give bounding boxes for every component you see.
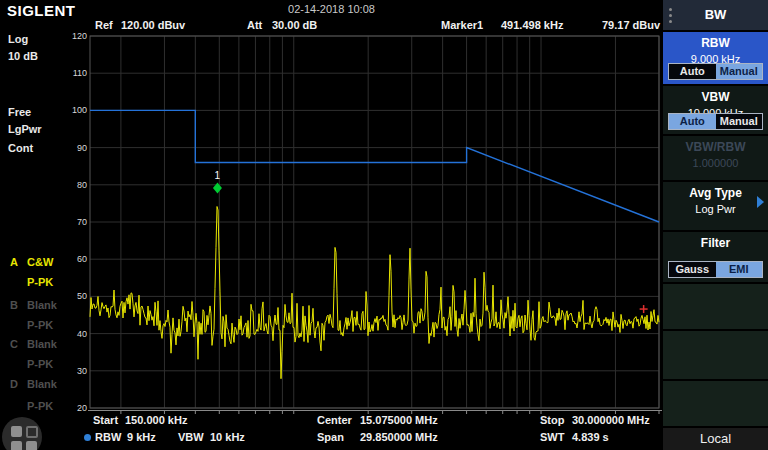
center-value: 15.075000 MHz [360,414,438,426]
filter-toggle: Gauss EMI [668,261,763,278]
spectrum-plot: 1 [0,0,768,450]
softkey-empty-1 [663,284,768,329]
local-label: Local [700,431,731,446]
vbw-rbw-value: 1.000000 [663,154,768,169]
menu-title-bar: BW [663,0,768,30]
vbw-rbw-title: VBW/RBW [663,136,768,154]
grid-square-icon [11,441,22,450]
start-value: 150.000 kHz [125,414,187,426]
marker-1-label: 1 [214,170,220,181]
rbw-title: RBW [663,32,768,50]
vbw-title: VBW [663,86,768,104]
swt-label: SWT [540,431,564,443]
graticule [88,36,662,414]
filter-title: Filter [663,232,768,250]
home-grid-button[interactable] [2,417,42,450]
grid-square-icon [26,441,37,450]
peak-cross-marker [640,305,648,313]
rbw-label: RBW [95,431,121,443]
softkey-avg-type[interactable]: Avg Type Log Pwr [663,182,768,230]
limit-line [90,110,659,222]
trace-a [90,207,659,379]
vbw-manual-option[interactable]: Manual [716,114,763,129]
menu-dots-icon [669,20,672,23]
span-label: Span [317,431,344,443]
menu-title: BW [705,7,727,22]
softkey-rbw[interactable]: RBW 9.000 kHz Auto Manual [663,32,768,84]
menu-dots-icon [669,14,672,17]
marker-1-diamond: 1 [213,170,222,194]
vbw-auto-manual-toggle: Auto Manual [668,113,763,130]
rbw-auto-manual-toggle: Auto Manual [668,63,763,80]
softkey-empty-3 [663,381,768,426]
local-button[interactable]: Local [663,428,768,450]
vbw-auto-option[interactable]: Auto [669,114,716,129]
center-label: Center [317,414,352,426]
rbw-auto-option[interactable]: Auto [669,64,716,79]
rbw-value: 9 kHz [127,431,156,443]
filter-emi-option[interactable]: EMI [716,262,763,277]
start-label: Start [93,414,118,426]
softkey-empty-2 [663,331,768,379]
stop-label: Stop [540,414,564,426]
span-value: 29.850000 MHz [360,431,438,443]
softkey-vbw-rbw: VBW/RBW 1.000000 [663,136,768,180]
stop-value: 30.000000 MHz [572,414,650,426]
vbw-label: VBW [178,431,204,443]
softkey-filter[interactable]: Filter Gauss EMI [663,232,768,282]
softkey-vbw[interactable]: VBW 10.000 kHz Auto Manual [663,86,768,134]
menu-dots-icon [669,8,672,11]
vbw-value: 10 kHz [210,431,245,443]
avg-type-title: Avg Type [663,182,768,200]
grid-square-icon [11,426,22,437]
submenu-arrow-icon [757,196,764,208]
analyzer-screen: SIGLENT 02-14-2018 10:08 Ref 120.00 dBuv… [0,0,768,450]
rbw-coupled-dot [84,434,91,441]
grid-square-icon [26,426,38,438]
swt-value: 4.839 s [572,431,609,443]
rbw-manual-option[interactable]: Manual [716,64,763,79]
avg-type-value: Log Pwr [663,200,768,215]
softkey-menu: BW RBW 9.000 kHz Auto Manual VBW 10.000 … [663,0,768,450]
filter-gauss-option[interactable]: Gauss [669,262,716,277]
